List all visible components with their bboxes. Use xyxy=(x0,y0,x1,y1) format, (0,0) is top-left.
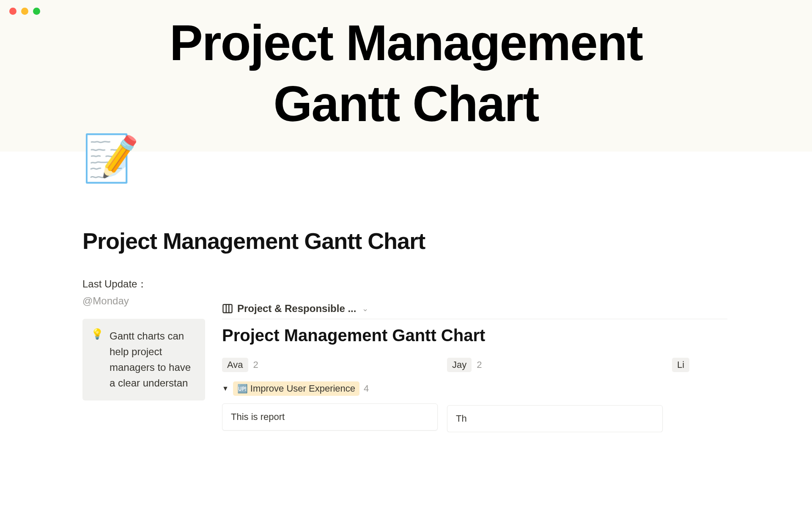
group-count: 2 xyxy=(477,359,482,370)
subgroup-toggle[interactable]: ▼ 🆙 Improve User Experience 4 xyxy=(222,381,438,396)
window-maximize-button[interactable] xyxy=(33,8,40,15)
board-group-jay: Jay 2 Th xyxy=(447,358,663,432)
right-column: Project & Responsible ... ⌄ Project Mana… xyxy=(222,277,727,432)
subgroup-count: 4 xyxy=(364,383,369,394)
two-column-layout: Last Update： @Monday 💡 Gantt charts can … xyxy=(82,277,727,432)
group-tag: Li xyxy=(672,358,689,372)
window-close-button[interactable] xyxy=(9,8,16,15)
board-view-icon xyxy=(222,303,233,314)
card-title: Th xyxy=(456,413,467,424)
subgroup-label: Improve User Experience xyxy=(250,383,355,394)
group-tag: Ava xyxy=(222,358,248,372)
page-banner: Project Management Gantt Chart xyxy=(0,0,812,152)
callout-block[interactable]: 💡 Gantt charts can help project managers… xyxy=(82,319,205,400)
lightbulb-icon: 💡 xyxy=(91,328,104,391)
chevron-down-icon: ⌄ xyxy=(362,304,368,313)
last-update-label: Last Update： xyxy=(82,277,205,291)
page-icon[interactable]: 📝 xyxy=(82,135,137,190)
left-column: Last Update： @Monday 💡 Gantt charts can … xyxy=(82,277,205,432)
banner-title-line1: Project Management xyxy=(0,13,812,74)
up-icon: 🆙 xyxy=(237,384,248,394)
subgroup-badge: 🆙 Improve User Experience xyxy=(233,381,359,396)
board-groups: Ava 2 ▼ 🆙 Improve User Experience 4 This… xyxy=(222,358,727,432)
database-title[interactable]: Project Management Gantt Chart xyxy=(222,326,727,345)
group-count: 2 xyxy=(253,359,258,370)
group-header[interactable]: Li xyxy=(672,358,697,372)
svg-rect-0 xyxy=(223,304,232,313)
board-group-li: Li xyxy=(672,358,697,432)
board-group-ava: Ava 2 ▼ 🆙 Improve User Experience 4 This… xyxy=(222,358,438,432)
page-content: Project Management Gantt Chart Last Upda… xyxy=(0,152,812,432)
window-controls xyxy=(0,0,49,22)
card-item[interactable]: This is report xyxy=(222,403,438,431)
group-header[interactable]: Jay 2 xyxy=(447,358,663,372)
page-title[interactable]: Project Management Gantt Chart xyxy=(82,228,727,254)
group-tag: Jay xyxy=(447,358,472,372)
toggle-triangle-icon: ▼ xyxy=(222,385,229,392)
view-selector[interactable]: Project & Responsible ... ⌄ xyxy=(222,303,727,319)
callout-text: Gantt charts can help project managers t… xyxy=(110,328,197,391)
last-update-value[interactable]: @Monday xyxy=(82,295,205,307)
banner-title-line2: Gantt Chart xyxy=(0,74,812,135)
window-minimize-button[interactable] xyxy=(21,8,28,15)
card-item[interactable]: Th xyxy=(447,405,663,432)
card-title: This is report xyxy=(231,411,285,422)
view-name: Project & Responsible ... xyxy=(237,303,356,315)
group-header[interactable]: Ava 2 xyxy=(222,358,438,372)
